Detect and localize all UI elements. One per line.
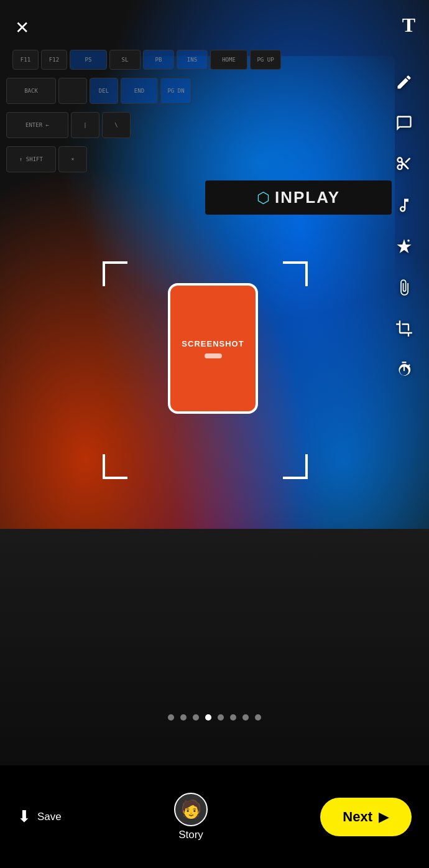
next-arrow-icon: ▶ bbox=[379, 809, 389, 825]
close-button[interactable]: ✕ bbox=[15, 17, 29, 38]
right-toolbar bbox=[390, 68, 418, 383]
crop-icon[interactable] bbox=[390, 315, 418, 342]
bracket-top-right bbox=[283, 261, 308, 286]
bottom-action-bar: ⬇ Save 🧑 Story Next ▶ bbox=[0, 765, 429, 868]
next-button[interactable]: Next ▶ bbox=[320, 798, 412, 836]
desk-surface bbox=[0, 529, 429, 765]
story-avatar-emoji: 🧑 bbox=[180, 799, 202, 819]
key-ps: PS bbox=[70, 50, 107, 70]
key-brightness: ☀ bbox=[58, 146, 87, 172]
key-del: DEL bbox=[90, 78, 118, 104]
dot-6[interactable] bbox=[230, 714, 236, 721]
effects-icon[interactable] bbox=[390, 233, 418, 260]
key-end: END bbox=[121, 78, 158, 104]
bracket-top-left bbox=[103, 261, 127, 286]
main-canvas: F11 F12 PS SL PB INS HOME PG UP BACK DEL… bbox=[0, 0, 429, 765]
page-dots bbox=[0, 714, 429, 721]
key-home: HOME bbox=[210, 50, 247, 70]
dot-5[interactable] bbox=[218, 714, 224, 721]
text-tool-button[interactable]: T bbox=[402, 14, 415, 37]
key-f11: F11 bbox=[12, 50, 39, 70]
bracket-bottom-right bbox=[283, 454, 308, 479]
screenshot-sticker[interactable]: SCREENSHOT bbox=[168, 283, 258, 414]
story-button[interactable]: 🧑 Story bbox=[174, 793, 208, 841]
key-ins: INS bbox=[177, 50, 208, 70]
key-sl: SL bbox=[109, 50, 141, 70]
save-icon: ⬇ bbox=[17, 807, 31, 826]
sticker-icon[interactable] bbox=[390, 110, 418, 137]
keyboard-row-2: BACK DEL END PG DN bbox=[6, 78, 191, 104]
story-label: Story bbox=[178, 829, 203, 841]
story-avatar: 🧑 bbox=[174, 793, 208, 826]
link-icon[interactable] bbox=[390, 274, 418, 301]
save-button[interactable]: ⬇ Save bbox=[17, 807, 62, 826]
keyboard-row-3: ENTER ← | \ bbox=[6, 112, 131, 138]
next-label: Next bbox=[343, 809, 372, 825]
key-back: BACK bbox=[6, 78, 56, 104]
key-pgdn: PG DN bbox=[160, 78, 191, 104]
timer-icon[interactable] bbox=[390, 356, 418, 383]
key-pgup: PG UP bbox=[250, 50, 281, 70]
key-bs: \ bbox=[102, 112, 131, 138]
save-label: Save bbox=[37, 811, 62, 823]
key-pb: PB bbox=[143, 50, 174, 70]
scissors-icon[interactable] bbox=[390, 151, 418, 178]
dot-2[interactable] bbox=[180, 714, 187, 721]
dot-3[interactable] bbox=[193, 714, 199, 721]
inplay-text: INPLAY bbox=[275, 188, 340, 207]
svg-point-0 bbox=[407, 240, 410, 242]
dot-4-active[interactable] bbox=[205, 714, 211, 721]
key-enter: ENTER ← bbox=[6, 112, 68, 138]
bracket-bottom-left bbox=[103, 454, 127, 479]
inplay-logo-bar: ⬡ INPLAY bbox=[205, 180, 392, 215]
dot-8[interactable] bbox=[255, 714, 261, 721]
music-icon[interactable] bbox=[390, 192, 418, 219]
key-shift: ↑ SHIFT bbox=[6, 146, 56, 172]
key-pipe: | bbox=[71, 112, 99, 138]
key-f12: F12 bbox=[41, 50, 67, 70]
screenshot-label: SCREENSHOT bbox=[182, 339, 244, 348]
phone-home-button bbox=[205, 353, 222, 358]
keyboard-row-1: F11 F12 PS SL PB INS HOME PG UP bbox=[12, 50, 281, 70]
pencil-icon[interactable] bbox=[390, 68, 418, 96]
dot-1[interactable] bbox=[168, 714, 174, 721]
keyboard-row-4: ↑ SHIFT ☀ bbox=[6, 146, 87, 172]
dot-7[interactable] bbox=[242, 714, 249, 721]
key-q1 bbox=[58, 78, 87, 104]
